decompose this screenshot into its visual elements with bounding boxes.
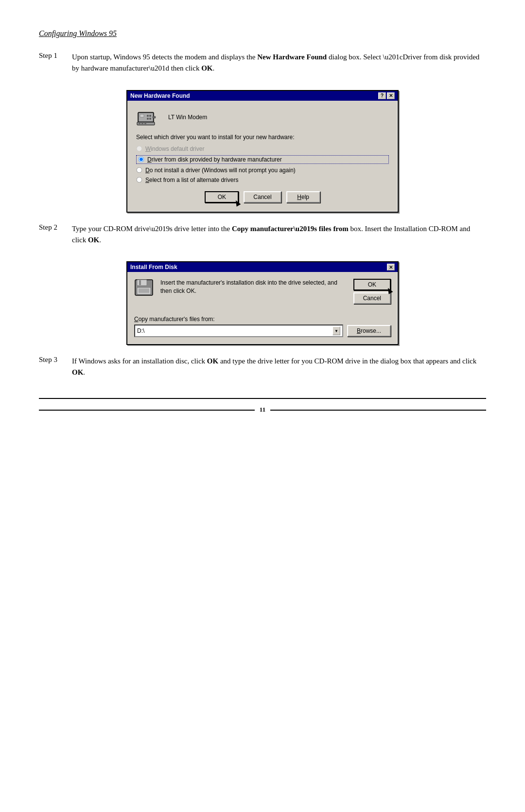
dialog2-side-buttons: OK Cancel — [353, 279, 391, 304]
dialog1-controls: ? ✕ — [378, 92, 395, 99]
dialog2-lower: Copy manufacturer's files from: ▼ Browse… — [134, 316, 391, 337]
dialog2-content: Insert the manufacturer's installation d… — [127, 272, 398, 344]
step-3-label: Step 3 — [39, 356, 72, 364]
footer-line-top — [39, 398, 486, 399]
page-heading: Configuring Windows 95 — [39, 29, 486, 38]
svg-rect-11 — [144, 123, 146, 124]
dialog1-help-button[interactable]: Help — [286, 191, 320, 203]
option2-label: Driver from disk provided by hardware ma… — [147, 156, 282, 163]
dialog1-top-row: LT Win Modem — [136, 108, 389, 127]
option3-label: Do not install a driver (Windows will no… — [145, 167, 296, 174]
svg-point-6 — [149, 118, 151, 120]
copy-files-label: Copy manufacturer's files from: — [134, 316, 391, 323]
svg-rect-14 — [139, 280, 141, 285]
step-1-text: Upon startup, Windows 95 detects the mod… — [72, 52, 486, 74]
dialog1-option-4[interactable]: Select from a list of alternate drivers — [136, 177, 389, 183]
underline-C: C — [134, 316, 139, 323]
dialog1-content: LT Win Modem Select which driver you wan… — [127, 101, 398, 212]
step-3-block: Step 3 If Windows asks for an installati… — [39, 356, 486, 379]
dialog2-titlebar: Install From Disk ✕ — [127, 262, 398, 272]
radio-windows-default[interactable] — [137, 146, 142, 152]
svg-point-3 — [147, 115, 149, 117]
page-number: 11 — [255, 406, 270, 414]
page-footer: 11 — [39, 398, 486, 414]
dialog2-ok-button[interactable]: OK — [353, 279, 391, 290]
underline-B: B — [357, 327, 361, 334]
underline-W: W — [145, 145, 151, 152]
page-number-row: 11 — [39, 406, 486, 414]
dialog1-cancel-button[interactable]: Cancel — [244, 191, 281, 203]
modem-icon — [136, 108, 159, 127]
underline-H: H — [297, 194, 301, 200]
dialog1-option-1[interactable]: Windows default driver — [136, 145, 389, 152]
step-2-label: Step 2 — [39, 223, 72, 232]
dialog2-title: Install From Disk — [130, 264, 177, 271]
dialog1-titlebar: New Hardware Found ? ✕ — [127, 91, 398, 101]
svg-rect-2 — [140, 114, 144, 117]
svg-rect-10 — [141, 123, 143, 124]
dialog2-browse-button[interactable]: Browse... — [347, 325, 391, 337]
svg-rect-16 — [139, 289, 149, 293]
dialog2-cancel-button[interactable]: Cancel — [353, 292, 391, 304]
new-hardware-found-dialog: New Hardware Found ? ✕ LT Win Mo — [126, 90, 399, 213]
dialog2-close-btn[interactable]: ✕ — [387, 264, 395, 271]
floppy-disk-icon — [134, 279, 154, 296]
svg-rect-7 — [153, 116, 156, 118]
step-1-label: Step 1 — [39, 52, 72, 60]
step-2-block: Step 2 Type your CD-ROM drive\u2019s dri… — [39, 223, 486, 246]
dialog1-title: New Hardware Found — [130, 92, 190, 99]
dialog1-ok-button[interactable]: OK — [205, 191, 239, 203]
radio-driver-from-disk[interactable] — [139, 157, 144, 162]
underline-D: D — [147, 156, 152, 163]
dialog1-device-name: LT Win Modem — [168, 114, 207, 121]
radio-do-not-install[interactable] — [137, 167, 142, 173]
svg-rect-13 — [137, 280, 147, 286]
dialog1-option-3[interactable]: Do not install a driver (Windows will no… — [136, 167, 389, 174]
copy-path-input[interactable] — [137, 327, 332, 334]
dropdown-arrow-icon[interactable]: ▼ — [332, 326, 340, 335]
copy-row: ▼ Browse... — [134, 325, 391, 337]
dialog2-instruction: Insert the manufacturer's installation d… — [160, 279, 347, 295]
dialog1-close-btn[interactable]: ✕ — [387, 92, 395, 99]
dialog1-buttons: OK Cancel Help — [136, 191, 389, 205]
copy-input-wrapper: ▼ — [134, 325, 343, 337]
step-1-block: Step 1 Upon startup, Windows 95 detects … — [39, 52, 486, 74]
option4-label: Select from a list of alternate drivers — [145, 177, 238, 183]
underline-S: S — [145, 177, 149, 183]
svg-rect-9 — [139, 123, 140, 124]
radio-select-from-list[interactable] — [137, 177, 142, 183]
option1-label: Windows default driver — [145, 145, 204, 152]
step-2-text: Type your CD-ROM drive\u2019s drive lett… — [72, 223, 486, 246]
step-3-text: If Windows asks for an installation disc… — [72, 356, 486, 379]
install-from-disk-dialog: Install From Disk ✕ Insert the manufactu… — [126, 261, 399, 345]
dialog1-help-btn[interactable]: ? — [378, 92, 386, 99]
underline-D2: D — [145, 167, 150, 174]
dialog2-top-row: Insert the manufacturer's installation d… — [134, 279, 391, 304]
svg-point-5 — [147, 118, 149, 120]
dialog2-controls: ✕ — [387, 264, 395, 271]
dialog1-question: Select which driver you want to install … — [136, 134, 389, 141]
dialog1-option-2[interactable]: Driver from disk provided by hardware ma… — [136, 155, 389, 164]
svg-point-4 — [149, 115, 151, 117]
